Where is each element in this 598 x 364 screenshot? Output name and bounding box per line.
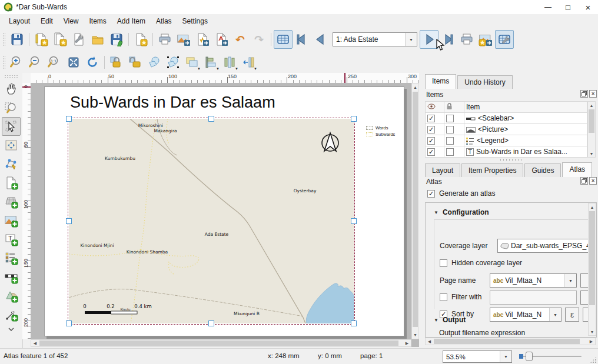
add-scalebar-button[interactable]: [2, 268, 21, 286]
tab-layout[interactable]: Layout: [425, 163, 460, 177]
items-scrollbar[interactable]: ▲ ▼: [587, 101, 596, 158]
scroll-down-icon[interactable]: ▼: [589, 328, 596, 335]
group-items-button[interactable]: [145, 53, 164, 72]
selection-handle[interactable]: [208, 320, 214, 326]
unlock-all-items-button[interactable]: [126, 53, 145, 72]
preview-atlas-toggle[interactable]: [274, 30, 293, 49]
scroll-up-icon[interactable]: ▲: [588, 102, 595, 109]
scroll-down-icon[interactable]: ▼: [412, 331, 418, 339]
zoom-slider-handle[interactable]: [526, 352, 533, 361]
align-items-dropdown[interactable]: ▼: [201, 53, 220, 72]
table-row[interactable]: ✓ <Legend>: [426, 135, 587, 146]
close-button[interactable]: ×: [578, 0, 598, 14]
float-panel-icon[interactable]: [580, 177, 588, 185]
select-move-item-tool-button[interactable]: [2, 117, 21, 136]
float-panel-icon[interactable]: [580, 90, 588, 98]
toolbar-handle[interactable]: [4, 75, 18, 78]
scrollbar-thumb[interactable]: [39, 340, 398, 346]
redo-button[interactable]: ↷: [250, 30, 268, 49]
legend-item[interactable]: Wards Subwards: [366, 125, 395, 138]
add-page-button[interactable]: [2, 173, 21, 192]
export-as-svg-button[interactable]: [193, 30, 212, 49]
scrollbar-thumb[interactable]: [589, 109, 594, 133]
visibility-column-header[interactable]: [426, 102, 444, 113]
page-name-combo[interactable]: abcVil_Mtaa_N ▼: [490, 273, 577, 288]
visibility-checkbox[interactable]: ✓: [427, 148, 435, 156]
open-project-button[interactable]: [88, 30, 107, 49]
sort-by-combo[interactable]: abcVil_Mtaa_N ▼: [490, 308, 562, 322]
toolbar-overflow-button[interactable]: [2, 324, 21, 335]
atlas-settings-toggle[interactable]: [495, 30, 514, 49]
close-panel-icon[interactable]: ✕: [589, 177, 597, 185]
scroll-left-icon[interactable]: ◀: [31, 340, 39, 346]
lock-checkbox[interactable]: [446, 137, 454, 145]
add-arrow-button[interactable]: [2, 305, 21, 324]
close-panel-icon[interactable]: ✕: [589, 90, 597, 98]
selection-handle[interactable]: [351, 320, 357, 326]
generate-atlas-checkbox[interactable]: ✓: [427, 190, 435, 198]
atlas-feature-combo[interactable]: 1: Ada Estate ▼: [333, 32, 417, 46]
selection-handle[interactable]: [351, 218, 357, 224]
map-item[interactable]: Mikoroshini Makangira Kumbukumbu Oysterb…: [69, 119, 354, 323]
menu-layout[interactable]: Layout: [4, 15, 35, 27]
refresh-view-button[interactable]: [83, 53, 102, 72]
menu-edit[interactable]: Edit: [35, 15, 58, 27]
filter-expression-field[interactable]: [490, 290, 577, 305]
add-shape-button[interactable]: [2, 286, 21, 305]
save-as-template-button[interactable]: [107, 30, 126, 49]
scroll-up-icon[interactable]: ▲: [589, 203, 596, 211]
scrollbar-thumb[interactable]: [589, 211, 595, 305]
menu-settings[interactable]: Settings: [177, 15, 213, 27]
zoom-out-button[interactable]: [26, 53, 45, 72]
coverage-layer-combo[interactable]: Dar_sub-wards_EPSG_4326: [497, 239, 590, 253]
first-feature-button[interactable]: [293, 30, 311, 49]
canvas-horizontal-scrollbar[interactable]: ◀ ▶: [31, 339, 411, 347]
print-layout-button[interactable]: [155, 30, 174, 49]
tab-undo-history[interactable]: Undo History: [457, 75, 512, 89]
sort-expression-button[interactable]: ε: [565, 308, 579, 322]
resize-items-dropdown[interactable]: ▼: [239, 53, 258, 72]
layout-manager-button[interactable]: [69, 30, 88, 49]
scroll-down-icon[interactable]: ▼: [588, 150, 595, 157]
table-row[interactable]: ✓ TSub-Wards in Dar es Salaa...: [426, 146, 587, 158]
output-section-header[interactable]: ▼ Output: [434, 316, 466, 324]
canvas-vertical-scrollbar[interactable]: ▲ ▼: [411, 83, 419, 339]
move-item-content-tool-button[interactable]: [2, 136, 21, 155]
window-resize-grip[interactable]: [590, 356, 597, 363]
layout-canvas[interactable]: Sub-Wards in Dar es Salaam: [31, 83, 419, 347]
toolbar-handle[interactable]: [2, 32, 6, 46]
selection-handle[interactable]: [208, 116, 214, 122]
visibility-checkbox[interactable]: ✓: [427, 126, 435, 133]
export-atlas-button[interactable]: [476, 30, 495, 49]
add-picture-button[interactable]: [2, 211, 21, 230]
scrollbar-thumb[interactable]: [434, 339, 580, 344]
combo-dropdown-icon[interactable]: ▼: [405, 33, 417, 46]
table-row[interactable]: ✓ <Scalebar>: [426, 113, 587, 124]
save-project-button[interactable]: [8, 30, 26, 49]
menu-add-item[interactable]: Add Item: [112, 15, 151, 27]
print-atlas-button[interactable]: [457, 30, 476, 49]
filter-with-checkbox[interactable]: [440, 293, 447, 301]
visibility-checkbox[interactable]: ✓: [427, 115, 435, 122]
last-feature-button[interactable]: [438, 30, 457, 49]
scrollbar-thumb[interactable]: [413, 92, 418, 327]
atlas-vertical-scrollbar[interactable]: ▲ ▼: [588, 203, 596, 336]
scroll-right-icon[interactable]: ▶: [403, 340, 411, 346]
lock-column-header[interactable]: [444, 102, 464, 113]
pan-tool-button[interactable]: [2, 79, 21, 98]
zoom-actual-size-button[interactable]: 1:1: [45, 53, 64, 72]
tab-atlas[interactable]: Atlas: [562, 162, 592, 177]
add-items-from-template-button[interactable]: [131, 30, 150, 49]
combo-dropdown-icon[interactable]: ▼: [549, 308, 561, 321]
add-label-button[interactable]: T: [2, 230, 21, 249]
dock-resize-handle[interactable]: [499, 159, 523, 161]
selection-handle[interactable]: [66, 116, 72, 122]
zoom-full-button[interactable]: [64, 53, 83, 72]
scroll-right-icon[interactable]: ▶: [587, 338, 595, 345]
table-row[interactable]: ✓ <Picture>: [426, 124, 587, 135]
configuration-section-header[interactable]: ▼ Configuration: [434, 208, 489, 216]
tab-items[interactable]: Items: [425, 74, 456, 89]
distribute-items-dropdown[interactable]: ▼: [220, 53, 239, 72]
minimize-button[interactable]: —: [538, 0, 558, 14]
zoom-level-combo[interactable]: 53.5% ▼: [443, 350, 512, 363]
